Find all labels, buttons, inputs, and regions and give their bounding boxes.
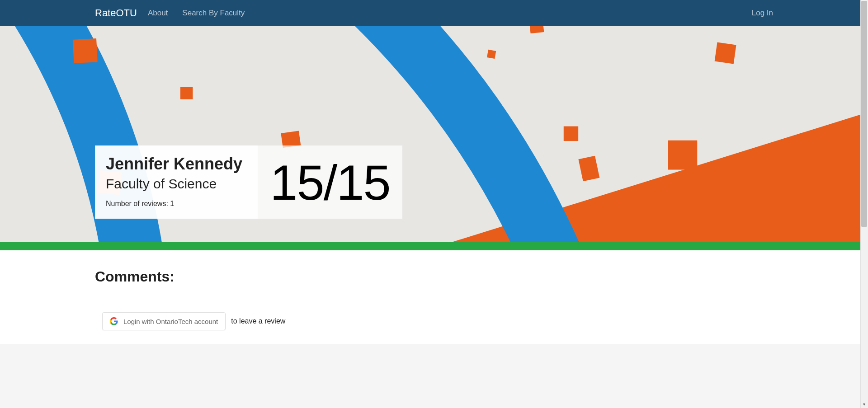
content-area: Comments: Login with OntarioTech account…: [0, 250, 868, 344]
professor-info-wrap: Jennifer Kennedy Faculty of Science Numb…: [95, 145, 402, 219]
login-row: Login with OntarioTech account to leave …: [102, 312, 773, 330]
nav-search-faculty[interactable]: Search By Faculty: [179, 9, 248, 18]
comments-heading: Comments:: [95, 268, 773, 285]
nav-about[interactable]: About: [144, 9, 171, 18]
nav-left: RateOTU About Search By Faculty: [95, 7, 248, 19]
professor-name: Jennifer Kennedy: [106, 155, 247, 174]
score-box: 15/15: [258, 145, 402, 219]
google-icon: [110, 317, 118, 325]
login-suffix-text: to leave a review: [231, 317, 285, 325]
brand-link[interactable]: RateOTU: [95, 7, 137, 19]
navbar: RateOTU About Search By Faculty Log In: [0, 0, 868, 26]
google-login-label: Login with OntarioTech account: [123, 318, 218, 325]
scrollbar-thumb[interactable]: [861, 1, 867, 227]
svg-rect-2: [73, 38, 98, 63]
svg-rect-11: [715, 42, 736, 64]
professor-info-box: Jennifer Kennedy Faculty of Science Numb…: [95, 145, 258, 219]
scrollbar[interactable]: ▴ ▾: [860, 0, 868, 344]
hero-banner: Jennifer Kennedy Faculty of Science Numb…: [0, 26, 868, 242]
professor-faculty: Faculty of Science: [106, 176, 247, 192]
svg-rect-6: [487, 50, 496, 59]
svg-rect-8: [564, 127, 578, 141]
google-login-button[interactable]: Login with OntarioTech account: [102, 312, 226, 330]
nav-login[interactable]: Log In: [752, 9, 773, 18]
svg-rect-3: [180, 87, 193, 99]
svg-rect-10: [668, 141, 697, 170]
reviews-count: Number of reviews: 1: [106, 200, 247, 208]
score-value: 15/15: [270, 154, 390, 211]
divider-green: [0, 242, 868, 250]
